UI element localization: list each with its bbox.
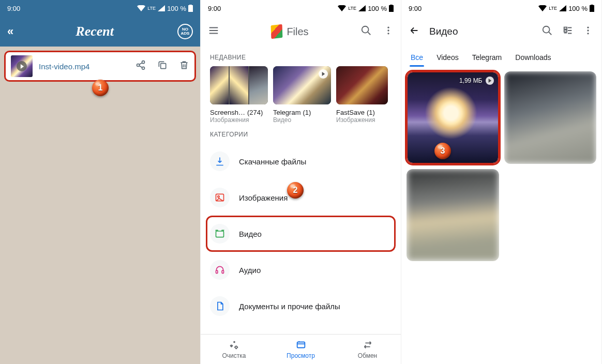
nav-browse[interactable]: Просмотр bbox=[267, 335, 334, 364]
battery-text: 100 % bbox=[568, 5, 588, 12]
screen-body: Inst-video.mp4 1 bbox=[0, 47, 200, 364]
categories-section-label: КАТЕГОРИИ bbox=[201, 124, 401, 143]
svg-point-17 bbox=[587, 27, 589, 28]
search-button[interactable] bbox=[360, 25, 372, 38]
svg-rect-11 bbox=[216, 270, 218, 274]
tab-all[interactable]: Все bbox=[411, 53, 423, 62]
tab-videos[interactable]: Videos bbox=[437, 53, 459, 62]
nav-label: Просмотр bbox=[287, 352, 315, 359]
category-label: Скачанные файлы bbox=[239, 157, 306, 166]
svg-point-18 bbox=[587, 29, 589, 31]
recent-item-telegram[interactable]: Telegram (1) Видео bbox=[273, 66, 331, 124]
network-label: LTE bbox=[549, 6, 557, 11]
search-button[interactable] bbox=[541, 25, 553, 38]
video-size: 1,99 МБ bbox=[459, 77, 483, 84]
recent-item-screenshots[interactable]: Screensh… (274) Изображения bbox=[210, 66, 268, 124]
item-name: Telegram bbox=[273, 109, 300, 116]
app-header: « Recent NO ADS bbox=[0, 17, 200, 47]
no-ads-button[interactable]: NO ADS bbox=[177, 24, 193, 39]
item-count: (1) bbox=[303, 109, 311, 116]
svg-point-9 bbox=[218, 196, 219, 198]
category-downloads[interactable]: Скачанные файлы bbox=[206, 143, 396, 179]
app-brand-label: Files bbox=[287, 26, 308, 38]
sparkle-icon bbox=[229, 339, 240, 351]
callout-2: 2 bbox=[287, 182, 304, 199]
svg-rect-15 bbox=[564, 27, 567, 29]
back-button[interactable]: « bbox=[7, 25, 12, 38]
document-icon bbox=[210, 296, 230, 316]
svg-point-2 bbox=[142, 67, 145, 69]
filter-tabs: Все Videos Telegram Downloads bbox=[401, 47, 601, 68]
category-documents[interactable]: Документы и прочие файлы bbox=[206, 288, 396, 324]
app-brand: Files bbox=[271, 25, 308, 38]
category-video[interactable]: Видео bbox=[206, 216, 396, 252]
play-icon bbox=[17, 61, 27, 71]
browse-icon bbox=[295, 339, 307, 351]
share-icon[interactable] bbox=[136, 60, 146, 72]
menu-button[interactable] bbox=[208, 25, 219, 38]
svg-rect-12 bbox=[222, 270, 223, 274]
category-audio[interactable]: Аудио bbox=[206, 252, 396, 288]
back-button[interactable] bbox=[409, 25, 420, 38]
app-header: Видео bbox=[401, 17, 601, 47]
item-count: (1) bbox=[367, 109, 375, 116]
play-icon bbox=[486, 77, 494, 85]
signal-icon bbox=[358, 5, 366, 11]
svg-point-5 bbox=[387, 27, 389, 28]
video-thumbnail[interactable] bbox=[11, 55, 33, 77]
video-tile[interactable]: 1,99 МБ bbox=[407, 71, 499, 164]
category-label: Видео bbox=[239, 230, 262, 238]
status-icons: LTE 100 % bbox=[137, 5, 193, 12]
recent-section-label: НЕДАВНИЕ bbox=[201, 47, 401, 66]
copy-icon[interactable] bbox=[157, 60, 168, 72]
categories-list: Скачанные файлы Изображения Видео Аудио … bbox=[201, 143, 401, 324]
svg-rect-16 bbox=[564, 30, 567, 32]
tab-downloads[interactable]: Downloads bbox=[515, 53, 551, 62]
svg-point-0 bbox=[142, 61, 145, 64]
download-icon bbox=[210, 151, 230, 171]
svg-point-1 bbox=[137, 64, 140, 67]
item-subtitle: Видео bbox=[273, 116, 331, 124]
nav-clean[interactable]: Очистка bbox=[201, 335, 267, 364]
nav-label: Очистка bbox=[222, 352, 246, 359]
app-header: Files bbox=[201, 17, 401, 47]
category-label: Изображения bbox=[239, 193, 288, 202]
image-icon bbox=[210, 188, 230, 207]
callout-3: 3 bbox=[434, 143, 451, 159]
svg-point-14 bbox=[543, 26, 550, 33]
item-subtitle: Изображения bbox=[210, 116, 268, 124]
view-toggle-button[interactable] bbox=[562, 25, 574, 38]
callout-1: 1 bbox=[92, 80, 109, 96]
screen-recent-app: 9:00 LTE 100 % « Recent NO ADS Inst-vide… bbox=[0, 0, 201, 364]
files-logo-icon bbox=[271, 24, 283, 39]
overflow-button[interactable] bbox=[583, 25, 593, 38]
thumbnail bbox=[273, 66, 331, 104]
recent-list[interactable]: Screensh… (274) Изображения Telegram (1)… bbox=[201, 66, 401, 124]
svg-point-4 bbox=[362, 26, 369, 33]
clock: 9:00 bbox=[409, 5, 422, 12]
video-grid[interactable]: 1,99 МБ 3 bbox=[401, 68, 601, 264]
svg-point-7 bbox=[387, 33, 389, 34]
video-tile[interactable] bbox=[504, 71, 597, 164]
nav-share[interactable]: Обмен bbox=[334, 335, 401, 364]
video-tile[interactable] bbox=[407, 169, 499, 262]
category-label: Документы и прочие файлы bbox=[239, 302, 340, 311]
recent-item-fastsave[interactable]: FastSave (1) Изображения bbox=[336, 66, 388, 124]
overflow-button[interactable] bbox=[383, 25, 394, 38]
item-count: (274) bbox=[247, 109, 263, 116]
status-icons: LTE 100 % bbox=[338, 5, 394, 12]
delete-icon[interactable] bbox=[179, 60, 189, 72]
svg-rect-3 bbox=[161, 64, 166, 69]
battery-icon bbox=[389, 5, 394, 12]
item-subtitle: Изображения bbox=[336, 116, 388, 124]
svg-rect-10 bbox=[216, 231, 224, 237]
svg-point-6 bbox=[387, 29, 389, 31]
bottom-nav: Очистка Просмотр Обмен bbox=[201, 334, 401, 364]
file-name: Inst-video.mp4 bbox=[39, 62, 129, 71]
play-icon bbox=[319, 69, 328, 79]
battery-icon bbox=[188, 5, 193, 12]
recent-file-row[interactable]: Inst-video.mp4 bbox=[4, 51, 196, 82]
battery-icon bbox=[590, 5, 594, 12]
status-icons: LTE 100 % bbox=[538, 5, 594, 12]
tab-telegram[interactable]: Telegram bbox=[472, 53, 502, 62]
